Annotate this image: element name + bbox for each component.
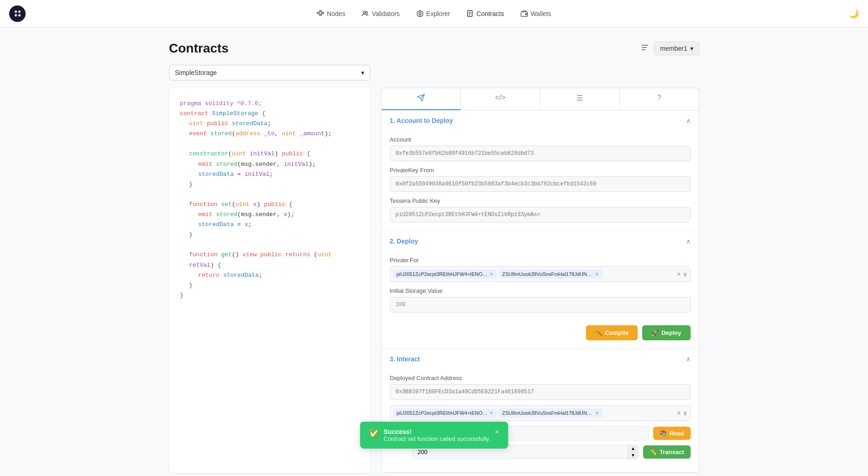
svg-rect-3	[322, 12, 324, 14]
interact-tag-0: piU2051ZcP2ecpt3REthHJFW4+tENOsZikRpz33y…	[393, 408, 497, 418]
deploy-btn-row: 🔨 Compile 🚀 Deploy	[390, 325, 691, 340]
contract-address-label: Deployed Contract Address	[390, 375, 691, 381]
section-account-chevron: ∧	[686, 117, 691, 124]
contract-selector[interactable]: SimpleStorage ▾	[169, 65, 370, 80]
stepper-down[interactable]: ▼	[628, 452, 638, 459]
toast-content: Success! Contract set function called su…	[383, 428, 490, 442]
transact-button[interactable]: ✏️ Transact	[643, 445, 690, 459]
toast-close[interactable]: ×	[495, 428, 499, 436]
nav-links: Nodes Validators Explorer Contracts Wall…	[317, 10, 551, 17]
section-account: 1. Account to Deploy ∧ Account PrivateKe…	[382, 111, 699, 231]
section-account-title: 1. Account to Deploy	[390, 117, 453, 124]
deploy-tags-input[interactable]: piU2051ZcP2ecpt3REthHJFW4+tENOsZikRpz33y…	[390, 266, 691, 282]
svg-rect-1	[320, 11, 321, 12]
nav-validators[interactable]: Validators	[362, 10, 399, 17]
stepper-up[interactable]: ▲	[628, 445, 638, 452]
svg-point-10	[419, 12, 421, 15]
success-toast: ✅ Success! Contract set function called …	[360, 422, 508, 449]
main-content: Contracts member1 ▾ SimpleStorage ▾ prag…	[160, 27, 708, 476]
private-for-label: Private For	[390, 257, 691, 264]
contract-selector-wrap: SimpleStorage ▾	[169, 65, 699, 80]
section-deploy-title: 2. Deploy	[390, 238, 418, 245]
tab-code[interactable]: </>	[461, 88, 540, 110]
logo	[9, 5, 26, 22]
svg-line-6	[321, 13, 322, 15]
read-button[interactable]: 📚 Read	[653, 427, 691, 440]
section-deploy-chevron: ∧	[686, 238, 691, 245]
navbar: Nodes Validators Explorer Contracts Wall…	[0, 0, 868, 27]
nav-contracts[interactable]: Contracts	[467, 10, 504, 17]
member-selector[interactable]: member1 ▾	[654, 42, 699, 55]
section-deploy-body: Private For piU2051ZcP2ecpt3REthHJFW4+tE…	[382, 251, 699, 349]
svg-rect-0	[317, 12, 319, 14]
page-header: Contracts member1 ▾	[169, 41, 699, 56]
section-deploy-header[interactable]: 2. Deploy ∧	[382, 231, 699, 251]
section-interact-chevron: ∧	[686, 355, 691, 363]
privatekey-label: PrivateKey From	[390, 167, 691, 174]
code-block: pragma solidity ^0.7.6; contract SimpleS…	[180, 99, 359, 301]
nav-explorer[interactable]: Explorer	[416, 10, 450, 17]
section-deploy: 2. Deploy ∧ Private For piU2051ZcP2ecpt3…	[382, 231, 699, 349]
deploy-tag-1-close[interactable]: ×	[596, 271, 599, 277]
code-panel: pragma solidity ^0.7.6; contract SimpleS…	[169, 88, 370, 473]
contract-address-input[interactable]	[390, 384, 691, 400]
tab-menu[interactable]: ☰	[540, 88, 620, 110]
deploy-tag-0-close[interactable]: ×	[490, 271, 493, 277]
interact-tags-clear[interactable]: ×	[677, 409, 681, 417]
account-input[interactable]	[390, 146, 691, 161]
filter-button[interactable]	[640, 43, 650, 54]
compile-button[interactable]: 🔨 Compile	[586, 325, 638, 340]
section-account-body: Account PrivateKey From Tessera Public K…	[382, 131, 699, 231]
interact-tags-input[interactable]: piU2051ZcP2ecpt3REthHJFW4+tENOsZikRpz33y…	[390, 405, 691, 421]
right-panel: </> ☰ ? 1. Account to Deploy ∧ Ac	[381, 88, 699, 473]
tessera-input[interactable]	[390, 207, 691, 222]
section-interact-header[interactable]: 3. Interact ∧	[382, 349, 699, 369]
storage-label: Initial Storage Value	[390, 287, 691, 294]
svg-rect-2	[320, 14, 321, 16]
section-interact: 3. Interact ∧ Deployed Contract Address …	[382, 349, 699, 472]
nav-wallets[interactable]: Wallets	[521, 10, 551, 17]
theme-toggle[interactable]: 🌙	[849, 9, 859, 19]
header-right: member1 ▾	[640, 42, 699, 55]
account-label: Account	[390, 136, 691, 143]
page-title: Contracts	[169, 41, 229, 56]
deploy-button[interactable]: 🚀 Deploy	[642, 325, 690, 340]
toast-title: Success!	[383, 428, 490, 435]
interact-tag-0-close[interactable]: ×	[490, 410, 493, 416]
svg-point-8	[366, 11, 367, 13]
svg-point-18	[525, 13, 527, 15]
section-account-header[interactable]: 1. Account to Deploy ∧	[382, 111, 699, 131]
toast-icon: ✅	[369, 428, 379, 439]
deploy-tag-0: piU2051ZcP2ecpt3REthHJFW4+tENOsZikRpz33y…	[393, 270, 497, 279]
panel-tabs: </> ☰ ?	[381, 88, 699, 110]
nav-nodes[interactable]: Nodes	[317, 10, 345, 17]
section-interact-body: Deployed Contract Address piU2051ZcP2ecp…	[382, 369, 699, 472]
section-interact-title: 3. Interact	[390, 355, 420, 363]
svg-point-7	[363, 11, 366, 13]
tab-help[interactable]: ?	[620, 88, 699, 110]
toast-message: Contract set function called successfull…	[383, 435, 490, 442]
deploy-tags-clear[interactable]: ×	[677, 270, 681, 278]
deploy-tag-1: ZSU8mUuok39VuSnsFmHal178JdUNekw/XmYLArRn…	[499, 270, 602, 279]
svg-line-5	[321, 11, 322, 12]
interact-tag-1: ZSU8mUuok39VuSnsFmHal178JdUNekw/XmYLArRn…	[499, 408, 602, 418]
privatekey-input[interactable]	[390, 176, 691, 192]
tab-deploy[interactable]	[382, 88, 461, 110]
interact-tags-expand[interactable]: ∨	[683, 409, 687, 417]
deploy-tags-expand[interactable]: ∨	[683, 270, 687, 278]
sections-panel: 1. Account to Deploy ∧ Account PrivateKe…	[381, 110, 699, 473]
storage-input[interactable]	[390, 297, 691, 312]
interact-tag-1-close[interactable]: ×	[596, 410, 599, 416]
tessera-label: Tessera Public Key	[390, 197, 691, 204]
content-area: pragma solidity ^0.7.6; contract SimpleS…	[169, 88, 699, 473]
